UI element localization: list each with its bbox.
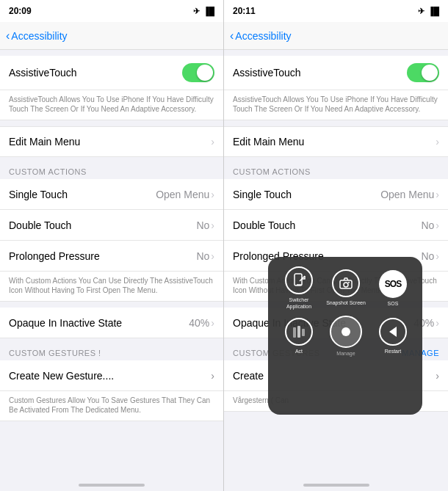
left-single-touch-label: Single Touch (9, 189, 68, 200)
restart-icon (379, 318, 407, 346)
right-single-touch-row[interactable]: Single Touch Open Menu › (224, 179, 448, 210)
svg-point-4 (344, 283, 348, 287)
left-custom-gestures-header: CUSTOM GESTURES ! (0, 338, 223, 360)
left-custom-actions-description: With Custom Actions You Can Use Directly… (0, 272, 223, 302)
left-assistive-touch-description: AssistiveTouch Allows You To Use iPhone … (0, 90, 223, 120)
right-nav-bar: ‹ Accessibility (224, 22, 448, 50)
popup-switcher-item[interactable]: Switcher Application (277, 266, 321, 310)
left-single-touch-value: Open Menu › (156, 189, 214, 200)
right-assistive-touch-row: AssistiveTouch (224, 56, 448, 90)
sos-icon: SOS (379, 270, 407, 298)
left-nav-bar: ‹ Accessibility (0, 22, 223, 50)
left-assistive-touch-row: AssistiveTouch (0, 56, 223, 90)
left-edit-main-menu-chevron: › (211, 136, 214, 148)
switcher-label: Switcher Application (277, 297, 321, 310)
left-home-indicator (79, 484, 145, 487)
right-single-touch-label: Single Touch (233, 189, 292, 200)
right-edit-main-menu-label: Edit Main Menu (233, 136, 304, 148)
right-assistive-touch-description: AssistiveTouch Allows You To Use iPhone … (224, 90, 448, 120)
left-edit-main-menu-row[interactable]: Edit Main Menu › (0, 126, 223, 157)
left-single-touch-row[interactable]: Single Touch Open Menu › (0, 179, 223, 210)
right-prolonged-pressure-value: No › (421, 250, 439, 262)
right-status-icons: ✈ ▐█ (418, 7, 439, 16)
svg-rect-6 (293, 327, 296, 338)
right-double-touch-label: Double Touch (233, 219, 295, 231)
right-home-indicator (303, 484, 369, 487)
left-custom-actions-section: Single Touch Open Menu › Double Touch No… (0, 179, 223, 302)
snapshot-icon (332, 269, 360, 297)
left-opaque-label: Opaque In Inactive State (9, 317, 122, 329)
right-assistive-touch-toggle[interactable] (407, 63, 439, 82)
left-custom-gestures-section: Create New Gesture.... › Custom Gestures… (0, 360, 223, 421)
left-panel: 20:09 ✈ ▐█ ‹ Accessibility AssistiveTouc… (0, 0, 224, 491)
right-double-touch-value: No › (421, 219, 439, 231)
right-back-chevron-icon: ‹ (230, 29, 234, 43)
right-time: 20:11 (233, 6, 256, 16)
left-double-touch-label: Double Touch (9, 219, 71, 231)
svg-rect-8 (302, 329, 305, 336)
left-airplane-icon: ✈ (193, 7, 200, 16)
assistive-touch-popup[interactable]: Switcher Application Snapshot Screen SOS… (268, 257, 422, 415)
left-opaque-value: 40% › (189, 317, 214, 329)
left-prolonged-pressure-value: No › (196, 250, 214, 262)
popup-act-item[interactable]: Act (277, 314, 321, 358)
svg-rect-5 (348, 282, 350, 283)
popup-sos-item[interactable]: SOS SOS (371, 266, 415, 310)
manage-bottom-label: Manage (336, 351, 355, 356)
right-assistive-touch-label: AssistiveTouch (233, 67, 301, 79)
right-edit-main-menu-row[interactable]: Edit Main Menu › (224, 126, 448, 157)
right-battery-icon: ▐█ (427, 7, 439, 15)
popup-center-item[interactable]: Manage (324, 314, 368, 358)
right-status-bar: 20:11 ✈ ▐█ (224, 0, 448, 22)
right-single-touch-value: Open Menu › (380, 189, 439, 200)
left-custom-gestures-description: Custom Gestures Allow You To Save Gestur… (0, 391, 223, 421)
right-double-touch-row[interactable]: Double Touch No › (224, 210, 448, 241)
left-assistive-touch-label: AssistiveTouch (9, 67, 77, 79)
left-status-bar: 20:09 ✈ ▐█ (0, 0, 223, 22)
left-create-gesture-chevron: › (211, 370, 214, 382)
popup-snapshot-item[interactable]: Snapshot Screen (324, 266, 368, 310)
left-assistive-touch-toggle[interactable] (182, 63, 214, 82)
left-double-touch-value: No › (196, 219, 214, 231)
left-edit-main-menu-label: Edit Main Menu (9, 136, 80, 148)
left-status-icons: ✈ ▐█ (193, 7, 214, 16)
restart-label: Restart (385, 349, 402, 354)
left-create-gesture-row[interactable]: Create New Gesture.... › (0, 360, 223, 391)
left-prolonged-pressure-label: Prolonged Pressure (9, 250, 100, 262)
left-prolonged-pressure-row[interactable]: Prolonged Pressure No › (0, 241, 223, 272)
left-back-button[interactable]: ‹ Accessibility (6, 29, 68, 43)
snapshot-label: Snapshot Screen (326, 300, 366, 306)
right-edit-main-menu-chevron: › (436, 136, 439, 148)
right-create-gesture-label: Create (233, 370, 264, 382)
left-back-chevron-icon: ‹ (6, 29, 10, 43)
left-back-label: Accessibility (11, 30, 67, 42)
left-create-gesture-label: Create New Gesture.... (9, 370, 114, 382)
left-opaque-row[interactable]: Opaque In Inactive State 40% › (0, 308, 223, 338)
svg-marker-9 (389, 327, 397, 337)
left-time: 20:09 (9, 6, 32, 16)
right-back-button[interactable]: ‹ Accessibility (230, 29, 292, 43)
right-airplane-icon: ✈ (418, 7, 424, 16)
right-custom-actions-header: CUSTOM ACTIONS (224, 157, 448, 179)
svg-rect-7 (297, 326, 300, 338)
popup-restart-item[interactable]: Restart (371, 314, 415, 358)
act-label: Act (295, 349, 303, 354)
center-circle-icon (330, 316, 362, 348)
left-custom-actions-header: CUSTOM ACTIONS (0, 157, 223, 179)
right-panel: 20:11 ✈ ▐█ ‹ Accessibility AssistiveTouc… (224, 0, 448, 491)
center-dot-icon (342, 327, 350, 336)
left-double-touch-row[interactable]: Double Touch No › (0, 210, 223, 241)
switcher-icon (285, 266, 313, 294)
act-icon (285, 318, 313, 346)
left-battery-icon: ▐█ (203, 7, 214, 15)
sos-label: SOS (388, 301, 399, 306)
right-back-label: Accessibility (235, 30, 291, 42)
right-create-gesture-chevron: › (436, 370, 439, 382)
